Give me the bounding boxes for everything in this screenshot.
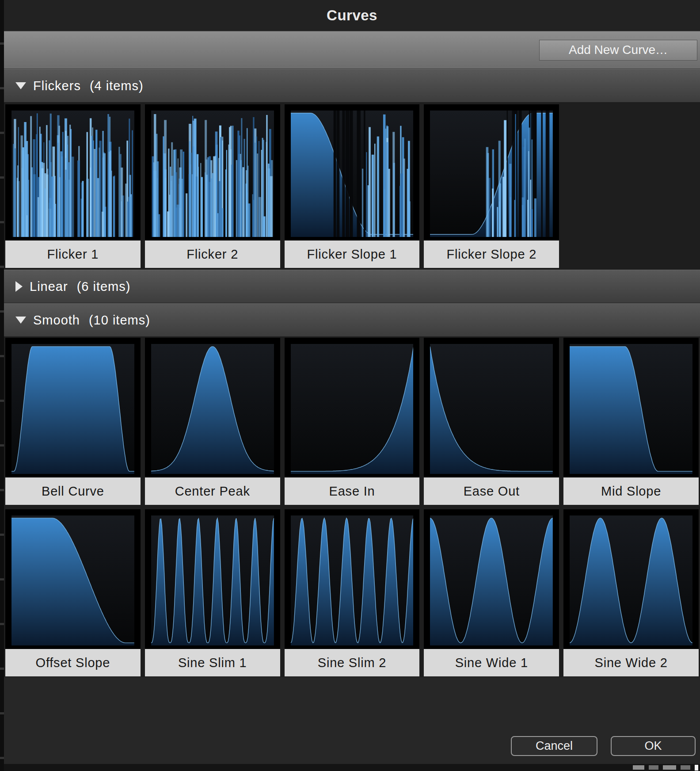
- curve-thumbnail: [11, 111, 134, 237]
- curve-plot-svg: [11, 344, 134, 474]
- section-name: Flickers: [33, 79, 81, 93]
- curves-dialog: Curves Add New Curve… Flickers(4 items)F…: [4, 0, 700, 764]
- curve-plot-svg: [570, 344, 692, 474]
- curve-label: Offset Slope: [5, 649, 141, 676]
- curve-thumbnail: [570, 515, 692, 645]
- curve-thumbnail: [291, 344, 414, 474]
- curve-plot-svg: [151, 515, 274, 645]
- curve-grid-flickers: Flicker 1Flicker 2Flicker Slope 1Flicker…: [4, 103, 700, 270]
- curve-thumbnail: [151, 515, 274, 645]
- curve-thumbnail: [151, 344, 274, 474]
- curve-thumbnail: [430, 344, 553, 474]
- section-header-smooth[interactable]: Smooth(10 items): [4, 303, 700, 337]
- curve-item-ease-in[interactable]: Ease In: [285, 338, 420, 505]
- disclosure-down-icon: [15, 82, 26, 89]
- curve-thumbnail: [430, 111, 553, 237]
- curve-label: Sine Wide 2: [563, 649, 699, 676]
- curve-thumbnail: [151, 111, 274, 237]
- curve-item-flicker-2[interactable]: Flicker 2: [145, 104, 280, 268]
- curve-item-offset-slope[interactable]: Offset Slope: [5, 509, 141, 676]
- curve-label: Flicker Slope 1: [285, 240, 420, 268]
- curve-item-sine-slim-1[interactable]: Sine Slim 1: [145, 509, 280, 676]
- curve-item-flicker-1[interactable]: Flicker 1: [5, 104, 141, 268]
- background-app-sliver: [0, 0, 4, 771]
- section-header-linear[interactable]: Linear(6 items): [4, 270, 700, 303]
- section-count: (4 items): [90, 79, 144, 93]
- curve-label: Ease In: [285, 477, 420, 505]
- curve-item-flicker-slope-1[interactable]: Flicker Slope 1: [285, 104, 420, 268]
- taskbar-icon: [681, 765, 690, 770]
- curve-label: Flicker Slope 2: [424, 240, 559, 268]
- curve-item-sine-wide-1[interactable]: Sine Wide 1: [424, 509, 559, 676]
- curve-label: Sine Slim 2: [285, 649, 420, 676]
- taskbar-icon: [695, 765, 698, 771]
- curve-item-center-peak[interactable]: Center Peak: [145, 338, 280, 505]
- curve-item-flicker-slope-2[interactable]: Flicker Slope 2: [424, 104, 559, 268]
- curve-label: Sine Slim 1: [145, 649, 280, 676]
- disclosure-right-icon: [15, 281, 23, 292]
- curve-plot-svg: [151, 111, 274, 237]
- curve-thumbnail: [430, 515, 553, 645]
- curve-thumbnail: [11, 344, 134, 474]
- taskbar-icon: [649, 765, 658, 770]
- curve-plot-svg: [430, 111, 553, 237]
- curve-label: Sine Wide 1: [424, 649, 559, 676]
- curve-label: Flicker 2: [145, 240, 280, 268]
- section-count: (10 items): [89, 313, 150, 328]
- toolbar: Add New Curve…: [4, 31, 700, 69]
- curve-label: Mid Slope: [563, 477, 699, 505]
- curve-plot-svg: [11, 515, 134, 645]
- curve-plot-svg: [291, 344, 414, 474]
- curve-plot-svg: [430, 515, 553, 645]
- curve-label: Center Peak: [145, 477, 280, 505]
- section-header-flickers[interactable]: Flickers(4 items): [4, 69, 700, 103]
- curve-plot-svg: [291, 515, 414, 645]
- curve-item-sine-slim-2[interactable]: Sine Slim 2: [285, 509, 420, 676]
- dialog-column: Curves Add New Curve… Flickers(4 items)F…: [4, 0, 700, 771]
- section-name: Smooth: [33, 313, 80, 328]
- add-new-curve-button[interactable]: Add New Curve…: [539, 40, 697, 61]
- curve-plot-svg: [291, 111, 414, 237]
- screen: Curves Add New Curve… Flickers(4 items)F…: [0, 0, 700, 771]
- curve-plot-svg: [570, 515, 692, 645]
- curve-label: Ease Out: [424, 477, 559, 505]
- background-taskbar-sliver: [4, 764, 700, 771]
- curve-item-mid-slope[interactable]: Mid Slope: [563, 338, 699, 505]
- curve-plot-svg: [151, 344, 274, 474]
- ok-button[interactable]: OK: [611, 736, 696, 756]
- dialog-footer: Cancel OK: [4, 677, 700, 764]
- curve-label: Flicker 1: [5, 240, 141, 268]
- section-count: (6 items): [77, 279, 131, 294]
- cancel-button[interactable]: Cancel: [511, 736, 597, 756]
- section-name: Linear: [30, 279, 68, 294]
- curve-grid-smooth: Bell CurveCenter PeakEase InEase OutMid …: [4, 337, 700, 677]
- curve-item-ease-out[interactable]: Ease Out: [424, 338, 559, 505]
- curve-item-sine-wide-2[interactable]: Sine Wide 2: [563, 509, 699, 676]
- curve-thumbnail: [11, 515, 134, 645]
- taskbar-icon: [663, 765, 676, 770]
- disclosure-down-icon: [15, 317, 26, 324]
- sections-container: Flickers(4 items)Flicker 1Flicker 2Flick…: [4, 69, 700, 677]
- curve-plot-svg: [11, 111, 134, 237]
- dialog-title: Curves: [4, 0, 700, 31]
- curve-plot-svg: [430, 344, 553, 474]
- taskbar-icon: [633, 765, 644, 770]
- curve-label: Bell Curve: [5, 477, 141, 505]
- curve-thumbnail: [570, 344, 692, 474]
- curve-thumbnail: [291, 515, 414, 645]
- curve-item-bell-curve[interactable]: Bell Curve: [5, 338, 141, 505]
- curve-thumbnail: [291, 111, 414, 237]
